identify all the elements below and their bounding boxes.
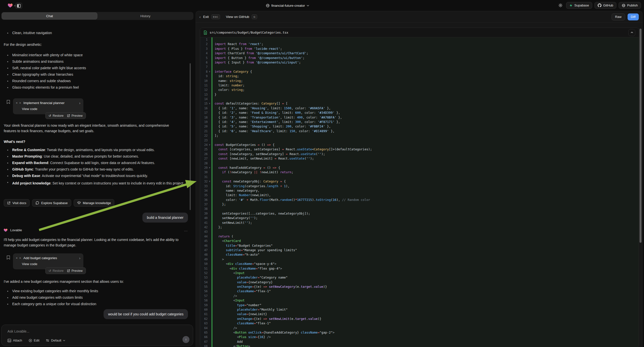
diff-toggle-button[interactable]: Diff	[628, 14, 639, 20]
code-line: 62 onChange={(e) => setNewLimit(e.target…	[200, 317, 639, 321]
chevron-down-icon	[63, 340, 65, 341]
project-switcher[interactable]: financial-future-creator	[266, 0, 309, 11]
manage-knowledge-button[interactable]: Manage knowledge	[74, 199, 114, 206]
code-line: 50 <div className="space-y-6">	[200, 262, 639, 266]
code-line: 61 value={newLimit}	[200, 312, 639, 316]
code-line: 33 id: String(categories.length + 1),	[200, 184, 639, 188]
view-on-github-button[interactable]: View on GitHub	[226, 15, 250, 19]
collapse-file-button[interactable]	[628, 29, 635, 36]
code-icon: < >	[16, 102, 21, 104]
code-line: 7	[200, 65, 639, 69]
code-line: 14	[200, 97, 639, 101]
edit-target-icon	[29, 339, 32, 342]
preview-button[interactable]: Preview	[67, 269, 82, 272]
supabase-button[interactable]: Supabase	[566, 2, 592, 9]
assistant-reply: I'll help you add budget categories to t…	[4, 237, 189, 248]
code-line: 5import { Button } from '@/components/ui…	[200, 56, 639, 60]
edit-button[interactable]: Edit	[29, 338, 39, 342]
code-line: 15∨const defaultCategories: Category[] =…	[200, 101, 639, 106]
supabase-icon	[569, 4, 572, 7]
code-lines[interactable]: 12import React from 'react';3import { Pl…	[200, 37, 639, 347]
toggle-sidebar-button[interactable]	[16, 3, 22, 9]
whats-next-heading: What's next?	[4, 140, 26, 144]
mode-select[interactable]: Default	[46, 338, 65, 342]
tab-chat[interactable]: Chat	[2, 12, 97, 20]
code-line: 42 };	[200, 225, 639, 230]
code-line: 28	[200, 161, 639, 166]
chevron-right-icon: ›	[79, 101, 80, 105]
sliders-icon	[46, 339, 49, 342]
code-line: 60 placeholder="Monthly limit"	[200, 308, 639, 312]
file-diff-card: src/components/budget/BudgetCategories.t…	[200, 28, 639, 347]
composer-input[interactable]: Ask Lovable...	[8, 329, 29, 333]
publish-globe-icon	[622, 4, 625, 7]
code-line: 22];	[200, 134, 639, 138]
code-line: 45 <ChartCard	[200, 239, 639, 243]
version-card-title: Implement financial planner	[24, 101, 64, 105]
restore-button[interactable]: ↺ Restore	[48, 114, 64, 118]
version-toolbar: ↺ Restore Preview	[45, 112, 86, 119]
preview-button[interactable]: Preview	[67, 114, 82, 118]
view-code-link[interactable]: View code	[22, 107, 80, 111]
restore-icon: ↺	[48, 114, 51, 118]
code-line: 38	[200, 206, 639, 211]
code-line: 2import React from 'react';	[200, 42, 639, 46]
publish-button[interactable]: Publish	[618, 2, 641, 9]
assistant-name: Lovable	[10, 228, 22, 232]
raw-toggle-button[interactable]: Raw	[612, 14, 625, 20]
code-line: 48 className="h-auto"	[200, 252, 639, 257]
code-viewer-panel: ‹ Exit ESC View on GitHub G Raw Diff src…	[196, 11, 642, 347]
code-line: 30 if (!newCategory || !newLimit) return…	[200, 170, 639, 174]
code-line: 12 color: string;	[200, 88, 639, 92]
version-card-add-budget-categories[interactable]: < > Add budget categories › View code	[13, 254, 84, 269]
panel-left-icon	[17, 4, 21, 8]
version-card-implement-financial-planner[interactable]: < > Implement financial planner › View c…	[13, 98, 84, 114]
code-line: 19 { id: '4', name: 'Entertainment', lim…	[200, 120, 639, 124]
code-line: 17 { id: '2', name: 'Food & Dining', lim…	[200, 110, 639, 115]
code-line: 43	[200, 230, 639, 234]
code-scrollbar[interactable]	[640, 29, 642, 243]
restore-icon: ↺	[48, 269, 51, 272]
lovable-avatar	[4, 228, 8, 232]
github-icon	[598, 4, 602, 7]
message-menu-button[interactable]: ...	[184, 228, 188, 232]
code-line: 56 className="flex-1"	[200, 289, 639, 294]
code-line: 21 { id: '6', name: 'Healthcare', limit:…	[200, 129, 639, 134]
view-code-link[interactable]: View code	[22, 262, 80, 266]
file-header[interactable]: src/components/budget/BudgetCategories.t…	[200, 28, 639, 37]
assistant-reply: I've added a new budget categories manag…	[4, 279, 189, 284]
globe-icon	[266, 4, 270, 8]
attach-button[interactable]: Attach	[8, 338, 22, 342]
code-line: 53 placeholder="Category name"	[200, 275, 639, 280]
code-line: 36 color: '#' + Math.floor(Math.random()…	[200, 198, 639, 202]
chevron-left-icon: ‹	[200, 15, 201, 19]
bookmark-icon[interactable]	[6, 256, 10, 260]
visit-docs-button[interactable]: Visit docs	[4, 199, 30, 206]
tab-history[interactable]: History	[98, 12, 193, 20]
publish-label: Publish	[627, 4, 638, 7]
exit-button[interactable]: Exit	[203, 15, 209, 19]
chevron-up-icon	[630, 32, 633, 33]
code-line: 34 name: newCategory,	[200, 188, 639, 193]
explore-supabase-button[interactable]: Explore Supabase	[32, 199, 71, 206]
chat-scrollbar[interactable]	[190, 63, 191, 210]
code-line: 18 { id: '3', name: 'Transportation', li…	[200, 115, 639, 120]
bookmark-icon[interactable]	[6, 100, 10, 104]
restore-button[interactable]: ↺ Restore	[48, 269, 64, 272]
chat-history-tabs: Chat History	[1, 12, 194, 20]
user-message: would be cool if you could add budget ca…	[104, 309, 188, 319]
attach-image-icon	[8, 339, 11, 342]
code-line: 64 />	[200, 326, 639, 330]
lovable-logo-icon[interactable]	[8, 3, 13, 8]
assistant-summary: Your sleek financial planner is now read…	[4, 123, 182, 134]
settings-button[interactable]	[557, 2, 564, 9]
external-link-icon	[67, 114, 70, 117]
code-line: 44 return (	[200, 234, 639, 239]
version-toolbar: ↺ Restore Preview	[45, 267, 86, 274]
code-line: 3import { Plus } from 'lucide-react';	[200, 46, 639, 51]
chevron-right-icon: ›	[79, 256, 80, 260]
send-button[interactable]: ↑	[182, 336, 190, 343]
chat-composer[interactable]: Ask Lovable... Attach Edit	[1, 324, 193, 346]
whats-next-list: Refine & Customize: Tweak the design, an…	[6, 148, 187, 189]
github-button[interactable]: GitHub	[594, 2, 616, 9]
